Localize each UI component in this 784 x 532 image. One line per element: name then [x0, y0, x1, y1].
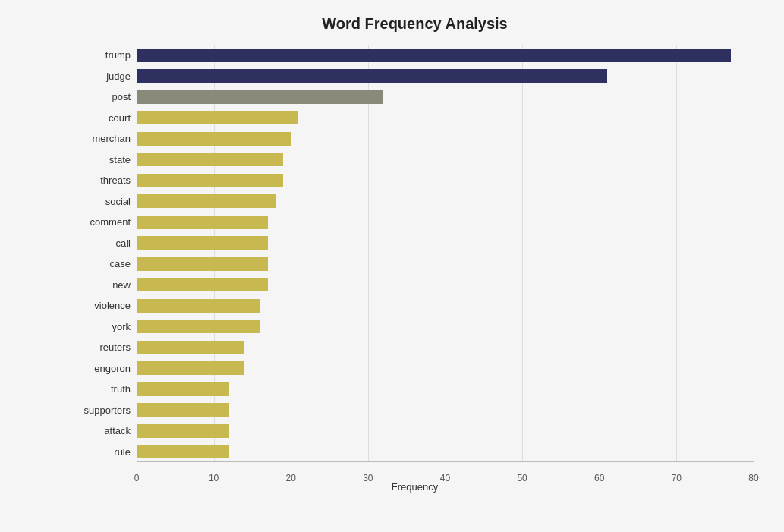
bar-row: new: [76, 276, 754, 293]
bar-label: threats: [76, 175, 137, 186]
bar-fill: [137, 299, 260, 313]
bar-label: rule: [76, 446, 137, 458]
bar-fill: [137, 341, 244, 354]
bar-row: call: [76, 235, 754, 251]
bar-fill: [137, 69, 607, 83]
bar-track: [137, 299, 754, 313]
bar-track: [137, 174, 754, 187]
bar-fill: [137, 194, 276, 208]
bar-fill: [137, 132, 291, 146]
bar-row: reuters: [76, 339, 754, 356]
bar-fill: [137, 424, 229, 438]
bar-label: new: [76, 279, 137, 291]
bar-track: [137, 361, 754, 375]
bar-fill: [137, 153, 283, 166]
bar-label: attack: [76, 425, 137, 436]
bar-fill: [137, 382, 229, 396]
bar-fill: [137, 90, 383, 104]
bar-track: [137, 403, 754, 417]
bar-row: truth: [76, 381, 754, 398]
bar-label: court: [76, 112, 137, 124]
bar-label: case: [76, 258, 137, 269]
bar-track: [137, 424, 754, 438]
grid-line: [754, 45, 754, 462]
bar-track: [137, 320, 754, 333]
bar-track: [137, 236, 754, 250]
bar-row: engoron: [76, 360, 754, 376]
bar-track: [137, 341, 754, 354]
bar-track: [137, 445, 754, 458]
bar-label: york: [76, 321, 137, 332]
bar-track: [137, 278, 754, 291]
bar-label: call: [76, 238, 137, 249]
bar-row: state: [76, 151, 754, 168]
bar-row: merchan: [76, 131, 754, 147]
bar-row: case: [76, 256, 754, 272]
bar-row: threats: [76, 172, 754, 189]
bar-fill: [137, 361, 244, 375]
bar-track: [137, 69, 754, 83]
bars-wrapper: trumpjudgepostcourtmerchanstatethreatsso…: [76, 45, 754, 462]
bar-track: [137, 153, 754, 166]
bar-row: york: [76, 318, 754, 335]
bar-label: state: [76, 154, 137, 165]
bar-row: post: [76, 89, 754, 105]
bar-label: post: [76, 91, 137, 102]
bar-track: [137, 90, 754, 104]
bar-fill: [137, 174, 283, 187]
bar-row: violence: [76, 297, 754, 314]
bar-label: engoron: [76, 363, 137, 374]
bar-track: [137, 194, 754, 208]
bar-fill: [137, 403, 229, 417]
bar-label: reuters: [76, 342, 137, 353]
bar-label: trump: [76, 49, 137, 61]
bar-label: violence: [76, 300, 137, 311]
bar-label: truth: [76, 383, 137, 395]
bar-fill: [137, 445, 229, 458]
bar-row: attack: [76, 423, 754, 439]
bar-row: trump: [76, 47, 754, 64]
chart-container: Word Frequency Analysis trumpjudgepostco…: [0, 0, 784, 532]
bar-fill: [137, 320, 260, 333]
bar-fill: [137, 257, 268, 271]
chart-title: Word Frequency Analysis: [76, 15, 754, 33]
x-axis-line: [137, 461, 754, 462]
bar-fill: [137, 49, 731, 62]
bar-row: comment: [76, 214, 754, 231]
bar-track: [137, 49, 754, 62]
chart-area: trumpjudgepostcourtmerchanstatethreatsso…: [76, 45, 754, 493]
bar-label: judge: [76, 71, 137, 82]
bar-fill: [137, 278, 268, 291]
bar-track: [137, 382, 754, 396]
bar-label: social: [76, 196, 137, 207]
bar-fill: [137, 111, 298, 124]
bar-track: [137, 257, 754, 271]
x-axis-label: Frequency: [76, 481, 754, 493]
bar-row: judge: [76, 68, 754, 84]
bar-row: court: [76, 109, 754, 126]
bar-row: social: [76, 193, 754, 209]
bar-row: rule: [76, 443, 754, 460]
bar-fill: [137, 236, 268, 250]
bar-row: supporters: [76, 401, 754, 418]
bar-label: merchan: [76, 133, 137, 144]
bar-label: comment: [76, 216, 137, 228]
bar-label: supporters: [76, 405, 137, 416]
bar-track: [137, 216, 754, 229]
bar-track: [137, 111, 754, 124]
bar-fill: [137, 216, 268, 229]
bar-track: [137, 132, 754, 146]
